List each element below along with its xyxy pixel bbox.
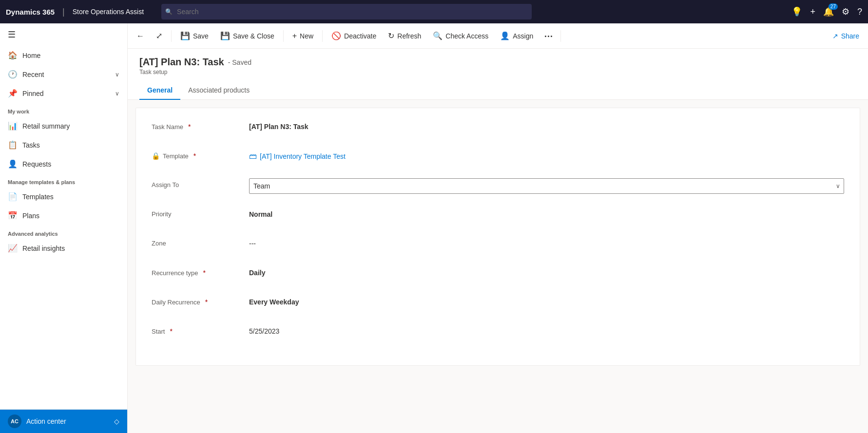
assign-to-select-wrapper: Team Individual Role ∨ xyxy=(249,178,844,194)
template-link-icon: 🗃 xyxy=(249,152,257,161)
action-center-chevron-icon: ◇ xyxy=(114,417,119,425)
page-header: [AT] Plan N3: Task - Saved Task setup xyxy=(128,49,868,81)
sidebar-item-home[interactable]: 🏠 Home xyxy=(0,46,127,65)
action-center-avatar: AC xyxy=(8,414,21,428)
pin-icon: 📌 xyxy=(8,89,18,98)
recurrence-type-value: Daily xyxy=(249,266,844,277)
recurrence-type-label: Recurrence type * xyxy=(152,266,249,277)
assign-icon: 👤 xyxy=(500,31,510,40)
task-name-value: [AT] Plan N3: Task xyxy=(249,120,844,131)
start-label: Start * xyxy=(152,324,249,335)
analytics-section-label: Advanced analytics xyxy=(0,225,127,239)
share-button[interactable]: ↗ Share xyxy=(828,29,864,43)
sidebar: ☰ 🏠 Home 🕐 Recent ∨ 📌 Pinned ∨ My work 📊… xyxy=(0,23,128,433)
required-star: * xyxy=(188,123,191,131)
sidebar-item-requests[interactable]: 👤 Requests xyxy=(0,154,127,173)
sidebar-item-label: Home xyxy=(22,52,40,59)
sidebar-item-pinned[interactable]: 📌 Pinned ∨ xyxy=(0,84,127,103)
deactivate-button[interactable]: 🚫 Deactivate xyxy=(327,28,381,43)
manage-section-label: Manage templates & plans xyxy=(0,173,127,187)
zone-value: --- xyxy=(249,237,844,247)
form-row-assign-to: Assign To Team Individual Role ∨ xyxy=(152,178,844,196)
template-label: 🔒 Template * xyxy=(152,149,249,160)
saved-badge: - Saved xyxy=(228,58,251,66)
new-window-button[interactable]: ⤢ xyxy=(151,28,167,43)
required-star: * xyxy=(203,269,205,277)
start-value: 5/25/2023 xyxy=(249,324,844,335)
back-button[interactable]: ← xyxy=(132,29,149,43)
sidebar-item-recent[interactable]: 🕐 Recent ∨ xyxy=(0,65,127,84)
help-icon[interactable]: ? xyxy=(857,7,862,17)
page-title-row: [AT] Plan N3: Task - Saved xyxy=(139,56,856,68)
notifications-icon[interactable]: 🔔 27 xyxy=(823,6,834,17)
assign-button[interactable]: 👤 Assign xyxy=(495,28,538,43)
new-icon: + xyxy=(292,32,297,40)
zone-label: Zone xyxy=(152,237,249,247)
required-star: * xyxy=(205,298,208,306)
retail-summary-icon: 📊 xyxy=(8,121,18,131)
settings-icon[interactable]: ⚙ xyxy=(842,6,849,17)
toolbar-divider-2 xyxy=(283,30,284,42)
assign-to-label: Assign To xyxy=(152,178,249,188)
tab-general[interactable]: General xyxy=(139,81,180,100)
sidebar-item-plans[interactable]: 📅 Plans xyxy=(0,206,127,225)
page-title: [AT] Plan N3: Task xyxy=(139,56,224,68)
new-label: New xyxy=(300,32,313,40)
assign-label: Assign xyxy=(513,32,533,40)
brand-label: Dynamics 365 xyxy=(6,8,55,16)
form-row-zone: Zone --- xyxy=(152,237,844,254)
share-label: Share xyxy=(841,32,859,40)
top-nav: Dynamics 365 | Store Operations Assist 💡… xyxy=(0,0,868,23)
search-input[interactable] xyxy=(161,4,532,19)
home-icon: 🏠 xyxy=(8,51,18,60)
recent-icon: 🕐 xyxy=(8,70,18,79)
sidebar-item-retail-summary[interactable]: 📊 Retail summary xyxy=(0,116,127,135)
toolbar-divider-4 xyxy=(560,30,561,42)
my-work-section-label: My work xyxy=(0,103,127,116)
chevron-down-icon: ∨ xyxy=(115,90,119,97)
tab-associated-products[interactable]: Associated products xyxy=(180,81,257,100)
deactivate-label: Deactivate xyxy=(344,32,376,40)
action-center-label: Action center xyxy=(26,417,66,425)
deactivate-icon: 🚫 xyxy=(331,31,341,40)
sidebar-item-label: Recent xyxy=(22,71,44,78)
sidebar-item-label: Retail summary xyxy=(22,122,70,130)
refresh-icon: ↻ xyxy=(388,31,394,40)
template-value[interactable]: 🗃 [AT] Inventory Template Test xyxy=(249,149,844,161)
content-area: ← ⤢ 💾 Save 💾 Save & Close + New 🚫 xyxy=(128,23,868,433)
check-access-icon: 🔍 xyxy=(433,31,443,40)
sidebar-item-retail-insights[interactable]: 📈 Retail insights xyxy=(0,239,127,258)
form-row-start: Start * 5/25/2023 xyxy=(152,324,844,342)
save-button[interactable]: 💾 Save xyxy=(175,28,213,43)
check-access-button[interactable]: 🔍 Check Access xyxy=(428,28,493,43)
plans-icon: 📅 xyxy=(8,211,18,220)
hamburger-button[interactable]: ☰ xyxy=(0,23,127,46)
insights-icon: 📈 xyxy=(8,244,18,253)
sidebar-item-label: Pinned xyxy=(22,90,44,97)
sidebar-item-label: Tasks xyxy=(22,141,40,149)
form-row-task-name: Task Name * [AT] Plan N3: Task xyxy=(152,120,844,137)
priority-label: Priority xyxy=(152,207,249,218)
form-area: Task Name * [AT] Plan N3: Task 🔒 Templat… xyxy=(128,100,868,433)
share-icon: ↗ xyxy=(832,32,838,40)
add-icon[interactable]: + xyxy=(810,7,815,17)
daily-recurrence-value: Every Weekday xyxy=(249,295,844,306)
form-row-template: 🔒 Template * 🗃 [AT] Inventory Template T… xyxy=(152,149,844,167)
form-row-priority: Priority Normal xyxy=(152,207,844,225)
action-center-button[interactable]: AC Action center ◇ xyxy=(0,410,127,433)
back-icon: ← xyxy=(136,32,144,40)
task-name-label: Task Name * xyxy=(152,120,249,131)
lightbulb-icon[interactable]: 💡 xyxy=(791,6,802,17)
refresh-label: Refresh xyxy=(397,32,421,40)
assign-to-select[interactable]: Team Individual Role xyxy=(249,178,844,194)
priority-value: Normal xyxy=(249,207,844,218)
sidebar-item-tasks[interactable]: 📋 Tasks xyxy=(0,135,127,154)
nav-divider: | xyxy=(62,7,65,17)
refresh-button[interactable]: ↻ Refresh xyxy=(383,28,426,43)
save-icon: 💾 xyxy=(180,31,190,40)
save-close-button[interactable]: 💾 Save & Close xyxy=(215,28,279,43)
sidebar-item-templates[interactable]: 📄 Templates xyxy=(0,187,127,206)
more-options-button[interactable]: ⋯ xyxy=(540,29,557,43)
new-button[interactable]: + New xyxy=(288,29,318,43)
form-row-daily-recurrence: Daily Recurrence * Every Weekday xyxy=(152,295,844,313)
